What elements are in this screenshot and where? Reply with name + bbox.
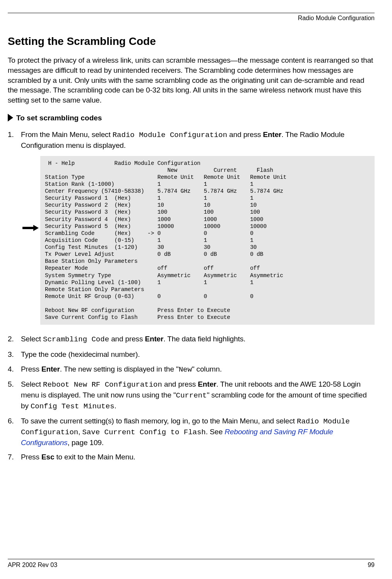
footer-left: APR 2002 Rev 03 <box>8 561 57 569</box>
step-key: Enter <box>198 380 216 388</box>
step-code: Save Current Config to Flash <box>82 428 206 437</box>
step-5: Select Reboot New RF Configuration and p… <box>8 379 375 411</box>
step-code: Config Test Minutes <box>31 402 115 411</box>
step-code: New <box>179 365 192 374</box>
procedure-heading: To set scrambling codes <box>16 113 102 123</box>
page-footer: APR 2002 Rev 03 99 <box>8 559 375 569</box>
step-text: Select <box>21 335 43 343</box>
step-text: and press <box>227 130 263 139</box>
step-3: Type the code (hexidecimal number). <box>8 349 375 360</box>
step-text: , <box>78 428 82 436</box>
step-6: To save the current setting(s) to flash … <box>8 416 375 447</box>
terminal-screenshot: H - Help Radio Module Configuration New … <box>40 156 375 325</box>
step-text: Press <box>21 453 41 461</box>
step-text: . The new setting is displayed in the " <box>60 365 179 373</box>
step-text: and press <box>162 380 198 388</box>
step-text: Type the code (hexidecimal number). <box>21 350 140 358</box>
step-key: Enter <box>263 130 282 139</box>
procedure-heading-row: To set scrambling codes <box>8 113 375 123</box>
triangle-bullet-icon <box>8 114 13 122</box>
terminal-output: H - Help Radio Module Configuration New … <box>40 156 375 325</box>
step-key: Enter <box>41 365 60 373</box>
step-key: Enter <box>145 335 163 343</box>
step-text: , page 109. <box>67 439 103 447</box>
step-code: Scrambling Code <box>43 335 109 344</box>
step-key: Esc <box>41 453 54 461</box>
step-code: Current <box>176 391 207 400</box>
step-text: To save the current setting(s) to flash … <box>21 417 297 425</box>
step-text: to exit to the Main Menu. <box>54 453 135 461</box>
step-text: From the Main Menu, select <box>21 130 113 139</box>
step-text: . The data field highlights. <box>163 335 245 343</box>
intro-paragraph: To protect the privacy of a wireless lin… <box>8 55 375 105</box>
step-4: Press Enter. The new setting is displaye… <box>8 364 375 375</box>
running-header: Radio Module Configuration <box>8 13 375 22</box>
step-7: Press Esc to exit to the Main Menu. <box>8 452 375 462</box>
step-text: " column. <box>192 365 222 373</box>
header-text: Radio Module Configuration <box>298 15 375 21</box>
step-code: Radio Module Configuration <box>113 131 227 139</box>
step-text: . See <box>206 428 225 436</box>
step-text: and press <box>109 335 145 343</box>
step-text: . <box>115 402 116 410</box>
step-code: Reboot New RF Configuration <box>43 380 162 389</box>
callout-arrow-icon <box>22 225 39 231</box>
step-text: Select <box>21 380 43 388</box>
footer-page-number: 99 <box>368 561 375 569</box>
page-title: Setting the Scrambling Code <box>8 34 375 49</box>
step-1: From the Main Menu, select Radio Module … <box>8 130 375 325</box>
step-2: Select Scrambling Code and press Enter. … <box>8 334 375 345</box>
step-text: Press <box>21 365 41 373</box>
